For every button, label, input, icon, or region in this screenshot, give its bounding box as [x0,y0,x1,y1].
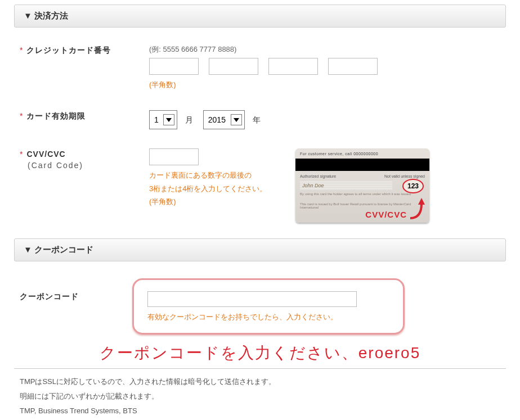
expiry-year-select[interactable]: 2015 [206,112,228,128]
separator [14,368,506,369]
card-illus-cvv-label: CVV/CVC [365,210,407,219]
row-coupon: クーポンコード 有効なクーポンコードをお持ちでしたら、入力ください。 [20,278,500,334]
cc-example: (例: 5555 6666 7777 8888) [149,44,500,55]
card-back-illustration: For customer service, call 0000000000 Au… [295,148,429,223]
chevron-down-icon[interactable] [231,114,242,125]
label-cc-number-text: クレジットカード番号 [26,46,111,55]
coupon-input[interactable] [147,291,357,307]
arrow-up-icon [407,196,425,219]
row-expiry: *カード有効期限 1 月 2015 [20,110,500,129]
expiry-month-unit: 月 [185,115,193,124]
cvv-hint: カード裏面にある数字の最後の 3桁または4桁を入力してください。 (半角数) [149,169,295,208]
svg-marker-1 [234,118,239,122]
cvv-hint-line2: 3桁または4桁を入力してください。 [149,184,267,193]
cvv-hint-line1: カード裏面にある数字の最後の [149,171,252,179]
label-cvv: *CVV/CVC (Card Code) [20,148,149,170]
svg-marker-2 [418,198,425,205]
coupon-annotation: クーポンコードを入力ください、eroero5 [14,342,506,364]
card-illus-sig-right: Not valid unless signed [384,174,425,178]
row-cvv: *CVV/CVC (Card Code) カード裏面にある数字の最後の 3桁また… [20,148,500,223]
row-cc-number: *クレジットカード番号 (例: 5555 6666 7777 8888) (半角… [20,44,500,91]
label-cc-number: *クレジットカード番号 [20,44,149,56]
footnote-line2: 明細には下記のいずれかが記載されます。 [20,389,506,404]
cvv-hint-line3: (半角数) [149,197,176,206]
card-illus-fine1: By using this card the holder agrees to … [300,192,425,197]
footnote-line3: TMP, Business Trend Systems, BTS [20,404,506,418]
cc-seg1-input[interactable] [149,58,199,75]
coupon-highlight-box: 有効なクーポンコードをお持ちでしたら、入力ください。 [132,278,405,334]
required-mark: * [20,150,23,159]
section-header-coupon[interactable]: ▼ クーポンコード [14,238,506,261]
cc-seg3-input[interactable] [268,58,318,75]
card-illus-sig-left: Authorized signature [300,174,336,178]
cc-seg2-input[interactable] [209,58,258,75]
cc-halfwidth-hint: (半角数) [149,78,500,91]
required-mark: * [20,111,23,120]
cc-seg4-input[interactable] [328,58,378,75]
label-coupon: クーポンコード [20,278,132,302]
label-expiry: *カード有効期限 [20,110,149,121]
card-illus-topline: For customer service, call 0000000000 [300,152,378,156]
footnotes: TMPはSSLに対応しているので、入力された情報は暗号化して送信されます。 明細… [14,374,506,418]
required-mark: * [20,46,23,55]
card-illus-signature: John Doe [300,181,392,190]
section-header-payment[interactable]: ▼ 決済方法 [14,4,506,28]
chevron-down-icon[interactable] [163,114,174,125]
label-cvv-text: CVV/CVC [26,150,65,159]
label-cvv-sub: (Card Code) [28,161,149,170]
card-illus-cvv-sample: 123 [402,179,424,193]
section-header-coupon-label: ▼ クーポンコード [24,245,93,254]
svg-marker-0 [166,118,172,122]
card-illus-magstripe [295,159,429,171]
section-header-payment-label: ▼ 決済方法 [24,11,68,20]
coupon-hint: 有効なクーポンコードをお持ちでしたら、入力ください。 [147,310,389,323]
footnote-line1: TMPはSSLに対応しているので、入力された情報は暗号化して送信されます。 [20,374,506,389]
expiry-year-unit: 年 [253,115,261,124]
label-expiry-text: カード有効期限 [26,111,86,120]
expiry-month-select[interactable]: 1 [152,112,161,128]
cvv-input[interactable] [149,148,199,165]
